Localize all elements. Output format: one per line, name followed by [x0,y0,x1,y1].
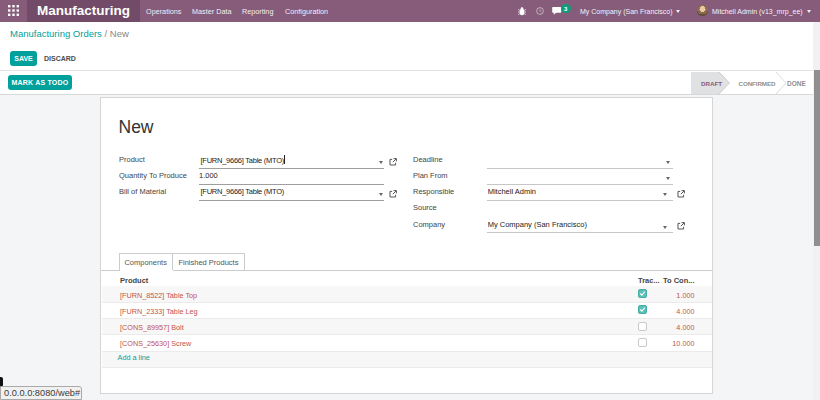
svg-text:CONFIRMED: CONFIRMED [739,80,777,87]
svg-text:DRAFT: DRAFT [701,80,722,87]
svg-text:DONE: DONE [787,80,806,87]
